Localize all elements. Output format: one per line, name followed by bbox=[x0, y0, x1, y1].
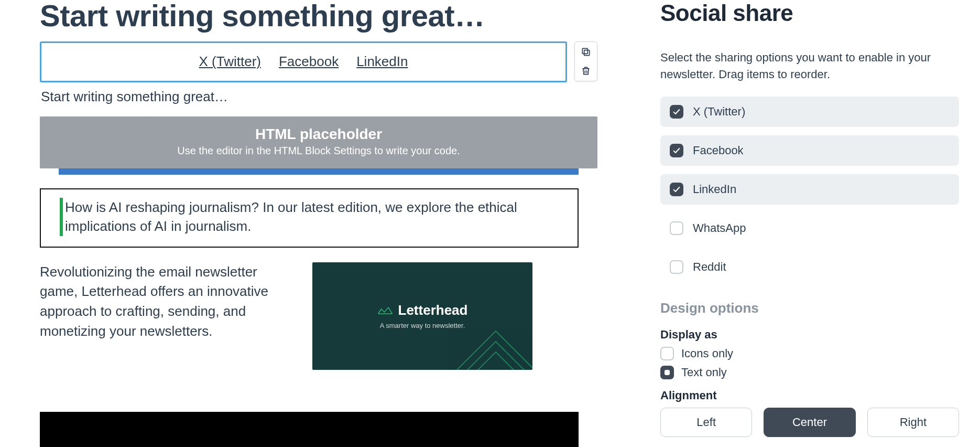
display-as-text-only[interactable]: Text only bbox=[660, 366, 959, 379]
share-link-x[interactable]: X (Twitter) bbox=[199, 54, 261, 70]
share-options-list: X (Twitter) Facebook LinkedIn WhatsApp R… bbox=[660, 97, 959, 282]
editor-pane: Start writing something great… X (Twitte… bbox=[0, 0, 618, 447]
radio-unchecked-icon[interactable] bbox=[660, 347, 674, 360]
alignment-label: Alignment bbox=[660, 389, 959, 402]
share-option-label: LinkedIn bbox=[693, 183, 736, 196]
radio-checked-icon[interactable] bbox=[660, 366, 674, 379]
svg-rect-1 bbox=[582, 48, 587, 54]
align-right-button[interactable]: Right bbox=[867, 408, 959, 437]
checkbox-checked-icon[interactable] bbox=[670, 105, 683, 119]
radio-label: Icons only bbox=[681, 347, 733, 360]
display-as-icons-only[interactable]: Icons only bbox=[660, 347, 959, 360]
share-option-whatsapp[interactable]: WhatsApp bbox=[660, 213, 959, 243]
radio-label: Text only bbox=[681, 366, 727, 379]
page-title: Start writing something great… bbox=[40, 0, 597, 32]
share-option-label: Reddit bbox=[693, 260, 726, 274]
divider-bar bbox=[59, 168, 579, 175]
block-tools bbox=[574, 41, 597, 81]
share-option-label: X (Twitter) bbox=[693, 105, 745, 119]
feature-copy[interactable]: Revolutionizing the email newsletter gam… bbox=[40, 262, 291, 370]
html-placeholder-block[interactable]: HTML placeholder Use the editor in the H… bbox=[40, 116, 597, 168]
panel-title: Social share bbox=[660, 0, 959, 26]
checkbox-unchecked-icon[interactable] bbox=[670, 260, 683, 274]
checkbox-unchecked-icon[interactable] bbox=[670, 221, 683, 235]
settings-pane: Social share Select the sharing options … bbox=[618, 0, 980, 447]
html-placeholder-sub: Use the editor in the HTML Block Setting… bbox=[50, 145, 587, 157]
card-decoration bbox=[443, 279, 532, 370]
alignment-group: Left Center Right bbox=[660, 408, 959, 437]
share-option-linkedin[interactable]: LinkedIn bbox=[660, 174, 959, 205]
social-share-block[interactable]: X (Twitter) Facebook LinkedIn bbox=[40, 41, 567, 82]
checkbox-checked-icon[interactable] bbox=[670, 144, 683, 157]
share-option-reddit[interactable]: Reddit bbox=[660, 252, 959, 282]
black-block[interactable] bbox=[40, 412, 579, 447]
quote-block[interactable]: How is AI reshaping journalism? In our l… bbox=[40, 188, 579, 248]
share-link-linkedin[interactable]: LinkedIn bbox=[356, 54, 408, 70]
share-option-label: Facebook bbox=[693, 144, 744, 157]
quote-text: How is AI reshaping journalism? In our l… bbox=[63, 198, 524, 236]
panel-description: Select the sharing options you want to e… bbox=[660, 49, 959, 83]
body-text[interactable]: Start writing something great… bbox=[41, 89, 597, 105]
share-option-x[interactable]: X (Twitter) bbox=[660, 97, 959, 127]
feature-card[interactable]: Letterhead A smarter way to newsletter. bbox=[312, 262, 532, 370]
display-as-label: Display as bbox=[660, 328, 959, 342]
svg-rect-0 bbox=[584, 50, 590, 56]
trash-icon[interactable] bbox=[580, 65, 592, 77]
share-option-label: WhatsApp bbox=[693, 221, 746, 235]
design-options-heading: Design options bbox=[660, 300, 959, 316]
share-option-facebook[interactable]: Facebook bbox=[660, 135, 959, 166]
html-placeholder-title: HTML placeholder bbox=[50, 126, 587, 143]
align-center-button[interactable]: Center bbox=[764, 408, 855, 437]
share-link-facebook[interactable]: Facebook bbox=[279, 54, 339, 70]
copy-icon[interactable] bbox=[580, 46, 592, 58]
align-left-button[interactable]: Left bbox=[660, 408, 752, 437]
checkbox-checked-icon[interactable] bbox=[670, 183, 683, 196]
